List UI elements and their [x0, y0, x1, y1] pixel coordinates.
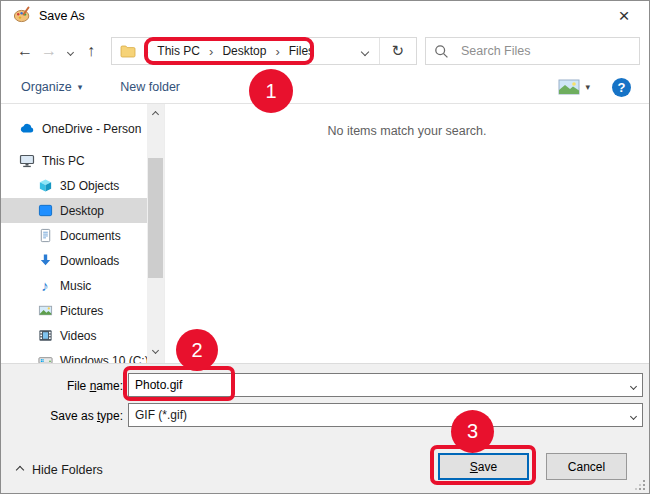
organize-label: Organize	[21, 80, 72, 94]
sidebar-item-label: Music	[60, 279, 91, 293]
search-box[interactable]	[425, 37, 640, 65]
folder-icon	[120, 45, 136, 58]
sidebar-item-label: OneDrive - Person	[42, 122, 141, 136]
file-list-area[interactable]: No items match your search.	[164, 104, 649, 363]
desktop-icon	[37, 203, 53, 219]
cancel-button[interactable]: Cancel	[546, 453, 627, 480]
sidebar-item-windows-drive[interactable]: Windows 10 (C:)	[1, 348, 147, 363]
sidebar-item-onedrive[interactable]: OneDrive - Person	[1, 116, 147, 141]
sidebar-item-downloads[interactable]: Downloads	[1, 248, 147, 273]
breadcrumb: › This PC › Desktop › Files	[144, 44, 314, 59]
save-as-type-value: GIF (*.gif)	[135, 408, 187, 422]
save-as-dialog: Save As × ← → ↑ › This PC › Desktop › Fi…	[0, 0, 650, 494]
file-name-label: File name:	[1, 379, 123, 393]
sidebar-item-label: Downloads	[60, 254, 119, 268]
sidebar-item-label: Documents	[60, 229, 121, 243]
organize-button[interactable]: Organize ▾	[21, 80, 82, 94]
scrollbar-thumb[interactable]	[148, 158, 163, 278]
scroll-down-icon[interactable]	[147, 342, 164, 359]
views-button[interactable]: ▾	[558, 79, 590, 95]
refresh-icon[interactable]: ↻	[389, 42, 412, 60]
new-folder-label: New folder	[120, 80, 180, 94]
up-icon[interactable]: ↑	[79, 42, 103, 60]
scroll-up-icon[interactable]	[147, 106, 164, 123]
chevron-up-icon	[16, 466, 24, 474]
computer-icon	[19, 153, 35, 169]
dialog-body: OneDrive - Person This PC	[1, 104, 649, 363]
sidebar-scrollbar[interactable]	[147, 104, 164, 363]
sidebar-item-label: Videos	[60, 329, 96, 343]
hide-folders-button[interactable]: Hide Folders	[17, 463, 103, 477]
onedrive-cloud-icon	[19, 121, 35, 137]
close-icon[interactable]: ×	[611, 4, 637, 28]
sidebar-item-pictures[interactable]: Pictures	[1, 298, 147, 323]
sidebar-item-videos[interactable]: Videos	[1, 323, 147, 348]
window-title: Save As	[39, 9, 85, 23]
help-icon[interactable]: ?	[612, 78, 631, 97]
cube-icon	[37, 178, 53, 194]
annotation-step-1: 1	[249, 69, 293, 113]
sidebar-item-label: 3D Objects	[60, 179, 119, 193]
save-button[interactable]: Save	[438, 453, 529, 480]
title-bar: Save As ×	[1, 1, 649, 31]
hard-drive-icon	[37, 353, 53, 364]
sidebar-item-label: Windows 10 (C:)	[60, 354, 147, 364]
hide-folders-label: Hide Folders	[32, 463, 103, 477]
resize-grip[interactable]	[635, 480, 646, 491]
sidebar-item-desktop[interactable]: Desktop	[1, 198, 147, 223]
forward-icon[interactable]: →	[37, 42, 61, 60]
paint-app-icon	[13, 6, 31, 27]
sidebar-item-documents[interactable]: Documents	[1, 223, 147, 248]
sidebar-item-music[interactable]: ♪ Music	[1, 273, 147, 298]
sidebar-item-this-pc[interactable]: This PC	[1, 148, 147, 173]
annotation-step-2: 2	[176, 329, 218, 371]
music-note-icon: ♪	[37, 278, 53, 294]
address-dropdown-icon[interactable]	[362, 44, 368, 58]
new-folder-button[interactable]: New folder	[120, 80, 180, 94]
file-name-input[interactable]	[135, 378, 631, 392]
save-as-type-dropdown[interactable]: GIF (*.gif)	[128, 403, 643, 427]
navigation-bar: ← → ↑ › This PC › Desktop › Files ↻	[1, 31, 649, 71]
breadcrumb-files[interactable]: Files	[289, 44, 314, 58]
document-icon	[37, 228, 53, 244]
search-icon	[434, 44, 449, 59]
back-icon[interactable]: ←	[13, 42, 37, 60]
command-toolbar: Organize ▾ New folder ▾ ?	[1, 71, 649, 104]
save-as-type-label: Save as type:	[1, 409, 123, 423]
recent-locations-icon[interactable]	[61, 44, 79, 58]
breadcrumb-desktop[interactable]: Desktop	[222, 44, 266, 58]
sidebar-item-label: This PC	[42, 154, 85, 168]
download-arrow-icon	[37, 253, 53, 269]
annotation-step-3: 3	[451, 410, 494, 453]
crumb-separator-icon: ›	[209, 44, 213, 59]
video-icon	[37, 328, 53, 344]
address-bar[interactable]: › This PC › Desktop › Files ↻	[111, 37, 417, 65]
chevron-down-icon: ▾	[78, 82, 83, 92]
dialog-footer: File name: Save as type: GIF (*.gif) Hid…	[1, 363, 649, 493]
crumb-separator-icon: ›	[144, 44, 148, 59]
empty-message: No items match your search.	[165, 124, 649, 138]
picture-icon	[37, 303, 53, 319]
sidebar-item-3d-objects[interactable]: 3D Objects	[1, 173, 147, 198]
sidebar-item-label: Desktop	[60, 204, 104, 218]
search-input[interactable]	[459, 43, 631, 59]
chevron-down-icon[interactable]	[631, 378, 636, 392]
file-name-combobox[interactable]	[128, 373, 643, 397]
divider	[379, 38, 380, 64]
chevron-down-icon: ▾	[585, 82, 590, 92]
thumbnail-view-icon	[558, 79, 580, 95]
breadcrumb-this-pc[interactable]: This PC	[157, 44, 200, 58]
chevron-down-icon[interactable]	[631, 408, 636, 422]
sidebar-item-label: Pictures	[60, 304, 103, 318]
crumb-separator-icon: ›	[275, 44, 279, 59]
navigation-pane: OneDrive - Person This PC	[1, 104, 147, 363]
